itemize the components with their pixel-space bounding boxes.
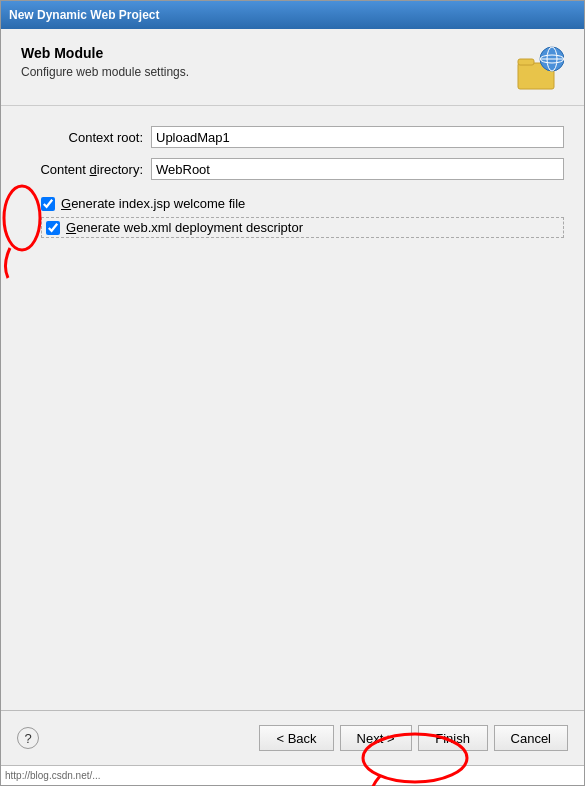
generate-index-label: Generate index.jsp welcome file [61, 196, 245, 211]
back-button[interactable]: < Back [259, 725, 333, 751]
context-root-input[interactable] [151, 126, 564, 148]
finish-button[interactable]: Finish [418, 725, 488, 751]
cancel-button[interactable]: Cancel [494, 725, 568, 751]
page-title: Web Module [21, 45, 504, 61]
content-directory-input[interactable] [151, 158, 564, 180]
url-bar: http://blog.csdn.net/... [1, 765, 584, 785]
content-area: Web Module Configure web module settings… [1, 29, 584, 785]
generate-webxml-checkbox[interactable] [46, 221, 60, 235]
checkbox-row-index: Generate index.jsp welcome file [41, 196, 564, 211]
dialog: New Dynamic Web Project Web Module Confi… [0, 0, 585, 786]
page-subtitle: Configure web module settings. [21, 65, 504, 79]
title-bar-label: New Dynamic Web Project [9, 8, 160, 22]
navigation-buttons: < Back Next > Finish Cancel [259, 725, 568, 751]
checkbox-section: Generate index.jsp welcome file Generate… [21, 196, 564, 238]
context-root-row: Context root: [21, 126, 564, 148]
content-directory-label: Content directory: [21, 162, 151, 177]
globe-folder-icon [516, 45, 564, 93]
title-bar: New Dynamic Web Project [1, 1, 584, 29]
content-directory-row: Content directory: [21, 158, 564, 180]
button-bar: ? < Back Next > Finish Cancel [1, 710, 584, 765]
svg-rect-1 [518, 59, 534, 65]
next-button[interactable]: Next > [340, 725, 412, 751]
form-section: Context root: Content directory: Generat… [1, 106, 584, 710]
url-text: http://blog.csdn.net/... [5, 770, 101, 781]
header-text: Web Module Configure web module settings… [21, 45, 504, 79]
context-root-label: Context root: [21, 130, 151, 145]
help-button[interactable]: ? [17, 727, 39, 749]
generate-webxml-label: Generate web.xml deployment descriptor [66, 220, 303, 235]
generate-index-checkbox[interactable] [41, 197, 55, 211]
checkbox-row-webxml: Generate web.xml deployment descriptor [41, 217, 564, 238]
header-section: Web Module Configure web module settings… [1, 29, 584, 106]
